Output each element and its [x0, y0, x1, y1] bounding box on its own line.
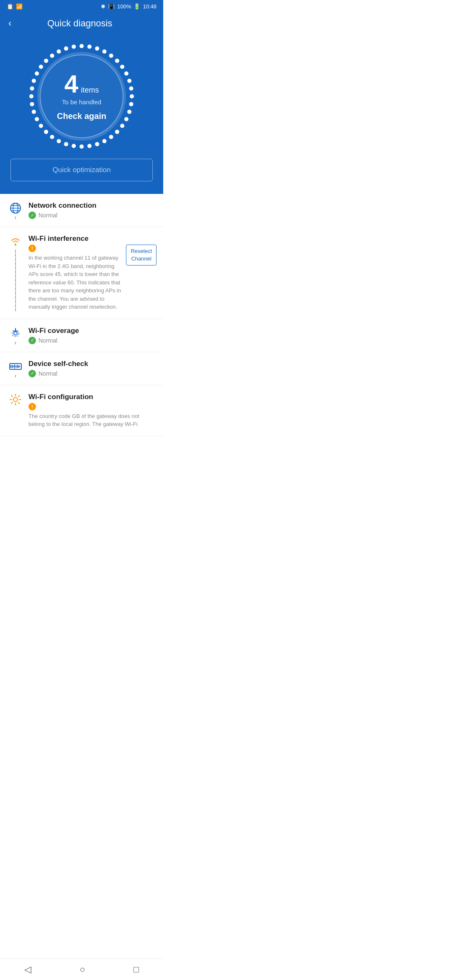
back-button[interactable]: ‹ [8, 18, 11, 29]
svg-point-34 [39, 64, 43, 69]
svg-point-31 [30, 86, 34, 90]
reselect-channel-button[interactable]: ReselectChannel [126, 245, 157, 266]
status-label: Normal [39, 370, 57, 377]
svg-point-27 [35, 117, 39, 121]
time: 10:48 [143, 3, 157, 10]
page-title: Quick diagnosis [18, 18, 141, 29]
svg-point-36 [50, 54, 54, 58]
status-warning-icon: ! [28, 403, 36, 410]
status-label: Normal [39, 212, 57, 219]
wifi-status-icon: 📶 [16, 3, 23, 10]
hero-section: // dots generated inline below 4 items T… [0, 36, 163, 194]
status-warning-icon: ! [28, 245, 36, 252]
svg-point-22 [64, 142, 68, 146]
svg-point-38 [64, 46, 68, 51]
svg-point-25 [44, 130, 48, 134]
wifi-interference-icon [9, 235, 22, 248]
battery-text: 100% [117, 3, 131, 10]
svg-point-39 [72, 44, 76, 49]
svg-point-46 [14, 332, 17, 335]
svg-point-15 [115, 130, 119, 134]
svg-point-10 [130, 94, 134, 98]
svg-point-11 [129, 102, 134, 106]
svg-point-9 [129, 86, 134, 90]
item-title: Device self-check [28, 360, 157, 368]
list-item: Wi-Fi configuration ! The country code G… [0, 385, 163, 436]
item-description: In the working channel 11 of gateway Wi-… [28, 254, 123, 311]
svg-point-32 [32, 79, 36, 83]
svg-point-26 [39, 124, 43, 128]
svg-point-17 [102, 139, 106, 143]
item-title: Wi-Fi coverage [28, 327, 157, 335]
svg-point-29 [30, 102, 34, 106]
svg-point-7 [124, 72, 128, 76]
diagnosis-circle: // dots generated inline below 4 items T… [29, 44, 134, 149]
wifi-coverage-icon [9, 327, 22, 340]
wifi-configuration-icon [9, 393, 22, 406]
quick-optimization-button[interactable]: Quick optimization [10, 159, 153, 181]
svg-point-16 [109, 135, 113, 139]
battery-icon: 🔋 [134, 3, 140, 10]
svg-point-24 [50, 135, 54, 139]
list-item: Network connection ✓ Normal [0, 194, 163, 227]
header: ‹ Quick diagnosis [0, 13, 163, 36]
diagnosis-items-list: Network connection ✓ Normal Wi-Fi interf… [0, 194, 163, 470]
dots-ring: // dots generated inline below [29, 44, 134, 149]
svg-point-18 [95, 142, 99, 146]
svg-point-4 [109, 54, 113, 58]
connector-line [15, 375, 16, 377]
list-item: Wi-Fi coverage ✓ Normal [0, 319, 163, 352]
svg-point-35 [44, 59, 48, 63]
vibrate-icon: 📳 [108, 3, 115, 10]
item-title: Wi-Fi interference [28, 235, 123, 243]
svg-point-30 [29, 94, 33, 98]
bluetooth-icon: ✱ [101, 3, 105, 10]
item-title: Network connection [28, 201, 157, 210]
svg-point-20 [80, 144, 84, 149]
connector-line [15, 250, 16, 311]
svg-point-23 [57, 139, 61, 143]
svg-point-14 [120, 124, 124, 128]
svg-point-37 [57, 49, 61, 54]
list-item: Wi-Fi interference ! In the working chan… [0, 227, 163, 319]
svg-point-45 [15, 244, 16, 246]
svg-point-12 [127, 110, 131, 114]
status-check-icon: ✓ [28, 370, 36, 377]
svg-point-19 [87, 144, 92, 148]
svg-point-1 [87, 44, 92, 49]
svg-point-3 [102, 49, 106, 54]
svg-point-21 [72, 144, 76, 148]
svg-point-8 [127, 79, 131, 83]
status-label: Normal [39, 337, 57, 344]
device-self-check-icon [9, 360, 22, 373]
status-left: 📋 📶 [7, 3, 23, 10]
sim-icon: 📋 [7, 3, 13, 10]
svg-point-33 [35, 72, 39, 76]
item-title: Wi-Fi configuration [28, 393, 157, 401]
svg-point-5 [115, 59, 119, 63]
status-bar: 📋 📶 ✱ 📳 100% 🔋 10:48 [0, 0, 163, 13]
svg-point-2 [95, 46, 99, 51]
connector-line [15, 217, 16, 219]
svg-point-13 [124, 117, 128, 121]
connector-line [15, 342, 16, 344]
svg-point-0 [80, 44, 84, 48]
network-connection-icon [9, 201, 22, 215]
status-check-icon: ✓ [28, 337, 36, 344]
item-description: The country code GB of the gateway does … [28, 412, 157, 428]
status-right: ✱ 📳 100% 🔋 10:48 [101, 3, 157, 10]
list-item: Device self-check ✓ Normal [0, 352, 163, 385]
svg-point-6 [120, 64, 124, 69]
status-check-icon: ✓ [28, 211, 36, 219]
svg-point-28 [32, 110, 36, 114]
svg-point-57 [13, 397, 18, 402]
